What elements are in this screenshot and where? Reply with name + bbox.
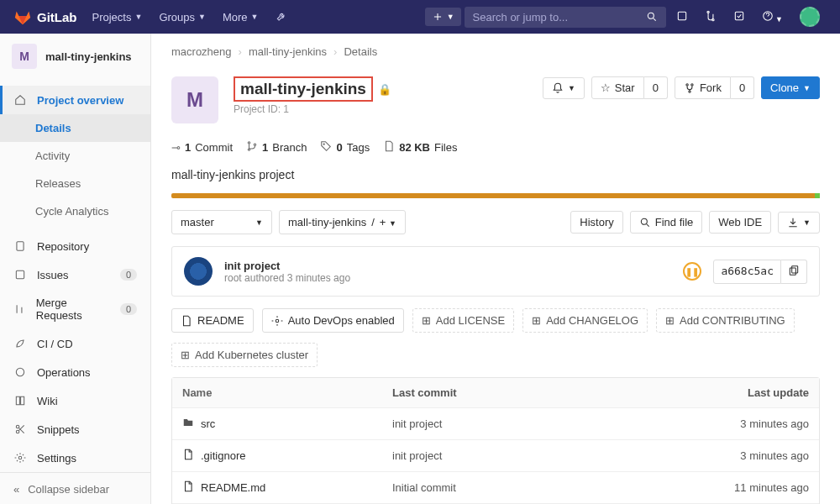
chip-readme[interactable]: README [171, 308, 254, 333]
star-count[interactable]: 0 [644, 76, 668, 99]
chevron-down-icon: ▼ [774, 15, 783, 24]
lock-icon: 🔒 [378, 83, 391, 96]
sidebar-issues[interactable]: Issues0 [0, 260, 150, 289]
sidebar-details[interactable]: Details [0, 114, 150, 142]
download-icon [787, 217, 799, 228]
sidebar-snippets[interactable]: Snippets [0, 415, 150, 444]
breadcrumb-path: mall-tiny-jenkins/+ ▼ [279, 210, 406, 234]
file-name[interactable]: .gitignore [201, 449, 245, 462]
global-search[interactable] [465, 7, 666, 28]
repository-icon [13, 239, 27, 253]
file-icon [181, 315, 192, 327]
brand-text: GitLab [37, 10, 77, 24]
file-last-commit[interactable]: init project [392, 449, 700, 462]
commit-title[interactable]: init project [224, 260, 671, 272]
sidebar-wiki[interactable]: Wiki [0, 386, 150, 415]
chip-add-contributing[interactable]: ⊞Add CONTRIBUTING [656, 308, 795, 333]
sidebar-operations[interactable]: Operations [0, 358, 150, 386]
sidebar-project-header[interactable]: M mall-tiny-jenkins [0, 34, 150, 79]
chevron-down-icon: ▼ [251, 13, 259, 21]
plus-icon: ⊞ [665, 314, 675, 327]
table-row[interactable]: .gitignore init project 3 minutes ago [172, 440, 819, 472]
chip-add-changelog[interactable]: ⊞Add CHANGELOG [522, 308, 648, 333]
nav-projects[interactable]: Projects▼ [84, 11, 151, 24]
notifications-dropdown[interactable]: ▼ [543, 77, 585, 99]
stat-branches[interactable]: 1Branch [246, 140, 307, 155]
history-button[interactable]: History [570, 211, 622, 234]
copy-sha-button[interactable] [781, 260, 807, 284]
sidebar-cycle-analytics[interactable]: Cycle Analytics [0, 197, 150, 225]
file-last-commit[interactable]: Initial commit [392, 481, 700, 494]
gitlab-logo-icon [13, 8, 32, 26]
commit-icon: ⊸ [171, 141, 181, 154]
stat-tags[interactable]: 0Tags [320, 140, 370, 155]
help-icon [762, 10, 774, 22]
issues-shortcut[interactable] [669, 10, 695, 24]
chevron-down-icon: ▼ [803, 218, 811, 227]
sidebar-settings[interactable]: Settings [0, 444, 150, 472]
mr-shortcut[interactable] [698, 10, 723, 24]
nav-wrench[interactable] [267, 11, 296, 23]
sidebar-merge-requests[interactable]: Merge Requests0 [0, 289, 150, 329]
clone-dropdown[interactable]: Clone▼ [761, 76, 820, 99]
user-menu[interactable] [793, 7, 827, 27]
issues-icon [13, 268, 27, 281]
plus-icon: ⊞ [422, 314, 431, 327]
chip-add-license[interactable]: ⊞Add LICENSE [412, 308, 514, 333]
svg-point-19 [641, 218, 647, 224]
plus-icon [432, 11, 444, 23]
chevron-left-icon: « [13, 483, 19, 496]
breadcrumb-project[interactable]: mall-tiny-jenkins [249, 45, 327, 58]
file-last-commit[interactable]: init project [392, 417, 700, 430]
sidebar-project-overview[interactable]: Project overview [0, 86, 150, 114]
search-input[interactable] [473, 11, 646, 24]
sidebar-releases[interactable]: Releases [0, 170, 150, 197]
breadcrumb-owner[interactable]: macrozheng [171, 45, 232, 58]
web-ide-button[interactable]: Web IDE [709, 211, 771, 234]
mr-badge: 0 [120, 303, 137, 315]
svg-point-11 [18, 456, 22, 459]
nav-more[interactable]: More▼ [214, 11, 267, 24]
chip-autodevops[interactable]: Auto DevOps enabled [262, 308, 404, 333]
svg-point-12 [686, 83, 688, 85]
branch-select[interactable]: master▼ [171, 210, 272, 234]
commit-meta: root authored 3 minutes ago [224, 272, 671, 284]
table-row[interactable]: src init project 3 minutes ago [172, 408, 819, 440]
sidebar-project-name: mall-tiny-jenkins [45, 50, 132, 63]
collapse-sidebar[interactable]: «Collapse sidebar [0, 472, 150, 504]
tag-icon [320, 140, 332, 155]
new-dropdown[interactable]: ▼ [425, 8, 461, 26]
sidebar-cicd[interactable]: CI / CD [0, 329, 150, 358]
help-dropdown[interactable]: ▼ [755, 10, 790, 24]
commit-sha[interactable]: a668c5ac [713, 260, 781, 284]
find-file-button[interactable]: Find file [630, 211, 703, 234]
stat-size[interactable]: 82 KBFiles [383, 140, 457, 155]
wrench-icon [276, 11, 287, 23]
todos-shortcut[interactable] [727, 10, 752, 24]
chevron-down-icon: ▼ [134, 13, 142, 21]
user-avatar-icon [800, 7, 820, 27]
file-last-update: 11 minutes ago [700, 481, 809, 494]
download-dropdown[interactable]: ▼ [778, 212, 820, 234]
file-name[interactable]: README.md [201, 481, 265, 494]
fork-count[interactable]: 0 [731, 76, 754, 99]
gitlab-brand[interactable]: GitLab [13, 8, 77, 26]
fork-icon [684, 82, 696, 94]
sidebar-repository[interactable]: Repository [0, 232, 150, 260]
stat-commits[interactable]: ⊸1Commit [171, 140, 233, 155]
sidebar-activity[interactable]: Activity [0, 142, 150, 170]
project-description: mall-tiny-jenkins project [171, 163, 820, 193]
add-file-button[interactable]: + ▼ [380, 216, 396, 228]
svg-point-22 [276, 319, 279, 323]
chip-add-kubernetes[interactable]: ⊞Add Kubernetes cluster [171, 343, 318, 367]
table-row[interactable]: README.md Initial commit 11 minutes ago [172, 472, 819, 504]
repo-toolbar: master▼ mall-tiny-jenkins/+ ▼ History Fi… [171, 210, 820, 234]
pipeline-status-icon[interactable]: ❚❚ [683, 262, 701, 281]
fork-button[interactable]: Fork [675, 76, 731, 99]
star-button[interactable]: ☆ Star [591, 76, 644, 99]
chevron-down-icon: ▼ [198, 13, 206, 21]
nav-groups[interactable]: Groups▼ [150, 11, 214, 24]
path-root[interactable]: mall-tiny-jenkins [288, 216, 366, 228]
file-name[interactable]: src [201, 417, 215, 430]
svg-point-8 [16, 368, 24, 375]
